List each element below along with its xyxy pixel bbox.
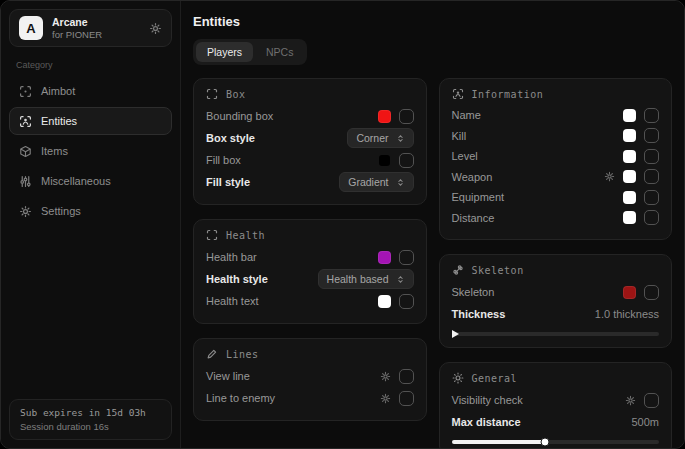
setting-row: Kill bbox=[452, 126, 660, 147]
sidebar-item-label: Items bbox=[41, 145, 68, 157]
card-title: Health bbox=[226, 230, 265, 241]
tab-npcs[interactable]: NPCs bbox=[255, 42, 304, 62]
setting-row: Health text bbox=[206, 290, 414, 312]
card-title: Box bbox=[226, 89, 246, 100]
app-window: A Arcane for PIONER Category bbox=[0, 0, 685, 449]
setting-label: Thickness bbox=[452, 308, 506, 320]
sidebar-item-miscellaneous[interactable]: Miscellaneous bbox=[9, 167, 172, 195]
view-line-checkbox[interactable] bbox=[399, 369, 414, 384]
color-swatch[interactable] bbox=[378, 295, 391, 308]
sidebar-item-aimbot[interactable]: Aimbot bbox=[9, 77, 172, 105]
fill-style-select[interactable]: Gradient bbox=[339, 172, 413, 192]
app-logo: A bbox=[19, 16, 43, 40]
setting-label: Bounding box bbox=[206, 110, 273, 122]
setting-row: View line bbox=[206, 365, 414, 387]
weapon-checkbox[interactable] bbox=[644, 169, 659, 184]
setting-row: Fill style Gradient bbox=[206, 171, 414, 193]
sidebar-item-label: Miscellaneous bbox=[41, 175, 111, 187]
setting-row: Box style Corner bbox=[206, 127, 414, 149]
sidebar: A Arcane for PIONER Category bbox=[1, 1, 181, 448]
sidebar-item-items[interactable]: Items bbox=[9, 137, 172, 165]
max-distance-slider-thumb[interactable] bbox=[540, 438, 549, 447]
session-duration-text: Session duration 16s bbox=[20, 421, 161, 432]
name-checkbox[interactable] bbox=[644, 108, 659, 123]
equipment-checkbox[interactable] bbox=[644, 190, 659, 205]
setting-row: Fill box bbox=[206, 149, 414, 171]
gear-icon[interactable] bbox=[380, 371, 391, 382]
setting-label: Kill bbox=[452, 130, 467, 142]
tab-players[interactable]: Players bbox=[196, 42, 253, 62]
health-bar-checkbox[interactable] bbox=[399, 250, 414, 265]
health-brackets-icon bbox=[206, 229, 218, 241]
card-title: Information bbox=[472, 89, 544, 100]
lines-card: Lines View line bbox=[193, 338, 427, 421]
line-to-enemy-checkbox[interactable] bbox=[399, 391, 414, 406]
color-swatch[interactable] bbox=[623, 150, 636, 163]
bounding-box-checkbox[interactable] bbox=[399, 109, 414, 124]
gear-icon[interactable] bbox=[625, 395, 636, 406]
color-swatch[interactable] bbox=[378, 154, 391, 167]
sidebar-nav: Aimbot Entities bbox=[9, 77, 172, 225]
subscription-card: Sub expires in 15d 03h Session duration … bbox=[9, 399, 172, 440]
health-text-checkbox[interactable] bbox=[399, 294, 414, 309]
setting-row: Level bbox=[452, 146, 660, 167]
sidebar-item-settings[interactable]: Settings bbox=[9, 197, 172, 225]
gear-icon[interactable] bbox=[149, 22, 162, 35]
fill-box-checkbox[interactable] bbox=[399, 153, 414, 168]
setting-label: Equipment bbox=[452, 191, 505, 203]
health-style-select[interactable]: Health based bbox=[318, 269, 414, 289]
color-swatch[interactable] bbox=[623, 170, 636, 183]
card-title: General bbox=[472, 373, 518, 384]
entity-scan-icon bbox=[452, 88, 464, 100]
select-value: Health based bbox=[327, 273, 389, 285]
color-swatch[interactable] bbox=[623, 129, 636, 142]
thickness-slider[interactable] bbox=[452, 332, 660, 336]
color-swatch[interactable] bbox=[378, 110, 391, 123]
gear-icon[interactable] bbox=[604, 171, 615, 182]
information-card: Information Name Kill bbox=[439, 78, 673, 240]
setting-row: Line to enemy bbox=[206, 387, 414, 409]
app-subtitle: for PIONER bbox=[52, 29, 102, 40]
crosshair-icon bbox=[19, 85, 32, 98]
color-swatch[interactable] bbox=[378, 251, 391, 264]
skeleton-checkbox[interactable] bbox=[644, 285, 659, 300]
setting-label: Distance bbox=[452, 212, 495, 224]
setting-row: Max distance 500m bbox=[452, 411, 660, 433]
sidebar-item-entities[interactable]: Entities bbox=[9, 107, 172, 135]
color-swatch[interactable] bbox=[623, 211, 636, 224]
gear-icon bbox=[19, 205, 32, 218]
kill-checkbox[interactable] bbox=[644, 128, 659, 143]
category-label: Category bbox=[16, 60, 172, 70]
app-name: Arcane bbox=[52, 16, 102, 28]
sun-icon bbox=[452, 372, 464, 384]
gear-icon[interactable] bbox=[380, 393, 391, 404]
chevron-updown-icon bbox=[396, 134, 405, 143]
select-value: Corner bbox=[356, 132, 388, 144]
color-swatch[interactable] bbox=[623, 109, 636, 122]
max-distance-slider[interactable] bbox=[452, 440, 660, 444]
thickness-slider-thumb[interactable] bbox=[452, 330, 459, 338]
distance-checkbox[interactable] bbox=[644, 210, 659, 225]
box-card: Box Bounding box Box style Corner bbox=[193, 78, 427, 205]
setting-label: Skeleton bbox=[452, 286, 495, 298]
level-checkbox[interactable] bbox=[644, 149, 659, 164]
setting-label: View line bbox=[206, 370, 250, 382]
setting-row: Equipment bbox=[452, 187, 660, 208]
setting-label: Health text bbox=[206, 295, 259, 307]
visibility-check-checkbox[interactable] bbox=[644, 393, 659, 408]
box-style-select[interactable]: Corner bbox=[347, 128, 413, 148]
color-swatch[interactable] bbox=[623, 191, 636, 204]
box-brackets-icon bbox=[206, 88, 218, 100]
card-title: Lines bbox=[226, 349, 259, 360]
setting-label: Visibility check bbox=[452, 394, 523, 406]
skeleton-card: Skeleton Skeleton Thickness 1.0 thicknes… bbox=[439, 254, 673, 348]
page-title: Entities bbox=[193, 14, 672, 29]
color-swatch[interactable] bbox=[623, 286, 636, 299]
pencil-line-icon bbox=[206, 348, 218, 360]
chevron-updown-icon bbox=[396, 275, 405, 284]
sidebar-item-label: Entities bbox=[41, 115, 77, 127]
sliders-icon bbox=[19, 175, 32, 188]
entity-scan-icon bbox=[19, 115, 32, 128]
setting-row: Health style Health based bbox=[206, 268, 414, 290]
card-title: Skeleton bbox=[472, 265, 524, 276]
